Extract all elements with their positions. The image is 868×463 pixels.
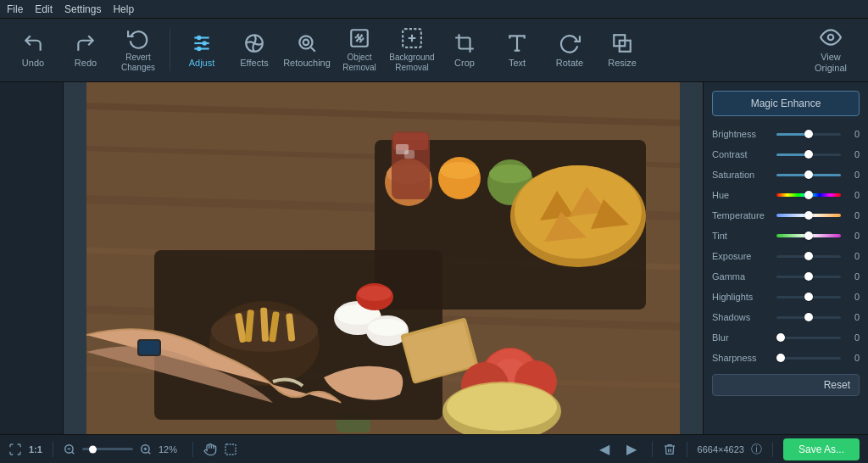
svg-point-53	[368, 319, 407, 336]
canvas-area[interactable]	[64, 82, 703, 434]
image-canvas[interactable]	[86, 82, 680, 434]
highlights-row: Highlights 0	[712, 287, 860, 306]
info-button[interactable]: ⓘ	[751, 442, 762, 457]
svg-point-64	[447, 383, 557, 431]
svg-point-5	[197, 47, 201, 51]
menu-file[interactable]: File	[7, 3, 23, 15]
svg-point-8	[303, 40, 309, 46]
bottom-bar: 1:1 12% ◀ ▶	[0, 434, 868, 463]
fit-screen-icon	[8, 443, 22, 456]
reset-button[interactable]: Reset	[712, 374, 860, 396]
brightness-slider[interactable]	[776, 128, 841, 140]
object-removal-icon	[348, 27, 370, 49]
background-removal-tool-button[interactable]: BackgroundRemoval	[387, 21, 437, 79]
undo-icon	[22, 32, 44, 54]
zoom-slider[interactable]	[82, 448, 133, 450]
view-original-button[interactable]: ViewOriginal	[802, 21, 860, 79]
svg-point-30	[489, 165, 531, 183]
menu-help[interactable]: Help	[113, 3, 134, 15]
retouching-tool-button[interactable]: Retouching	[282, 21, 331, 79]
effects-tool-button[interactable]: Effects	[230, 21, 279, 79]
brightness-label: Brightness	[712, 129, 773, 139]
tint-slider[interactable]	[776, 230, 841, 242]
svg-point-4	[203, 41, 207, 45]
hue-slider[interactable]	[776, 189, 841, 201]
prev-image-button[interactable]: ◀	[594, 441, 615, 457]
shadows-label: Shadows	[712, 312, 773, 322]
shadows-slider[interactable]	[776, 311, 841, 323]
highlights-slider[interactable]	[776, 291, 841, 303]
background-removal-icon	[401, 27, 423, 49]
text-tool-button[interactable]: Text	[492, 21, 542, 79]
blur-label: Blur	[712, 332, 773, 343]
contrast-value: 0	[844, 149, 860, 159]
sharpness-row: Sharpness 0	[712, 349, 860, 367]
save-as-button[interactable]: Save As...	[783, 438, 860, 460]
redo-icon	[75, 32, 97, 54]
undo-button[interactable]: Undo	[8, 21, 58, 79]
bottom-sep-2	[192, 442, 193, 457]
svg-rect-40	[404, 150, 415, 159]
exposure-row: Exposure 0	[712, 247, 860, 265]
gamma-row: Gamma 0	[712, 267, 860, 286]
bottom-sep-4	[687, 442, 687, 457]
gamma-label: Gamma	[712, 271, 773, 282]
magic-enhance-button[interactable]: Magic Enhance	[712, 91, 860, 116]
one-to-one-button[interactable]: 1:1	[29, 444, 42, 455]
gamma-value: 0	[844, 271, 860, 282]
object-removal-tool-button[interactable]: ObjectRemoval	[335, 21, 384, 79]
highlights-label: Highlights	[712, 292, 773, 302]
svg-point-16	[828, 35, 834, 41]
food-image-svg	[86, 82, 680, 434]
delete-button[interactable]	[663, 443, 676, 456]
highlights-value: 0	[844, 292, 860, 302]
temperature-label: Temperature	[712, 210, 773, 220]
tint-row: Tint 0	[712, 226, 860, 245]
svg-point-55	[358, 286, 392, 301]
brightness-row: Brightness 0	[712, 125, 860, 143]
revert-icon	[127, 27, 149, 49]
left-panel	[0, 82, 64, 434]
redo-button[interactable]: Redo	[61, 21, 110, 79]
zoom-out-icon	[64, 443, 75, 455]
sharpness-slider[interactable]	[776, 352, 841, 364]
zoom-out-button[interactable]	[64, 443, 75, 455]
text-icon	[506, 32, 528, 54]
hue-label: Hue	[712, 190, 773, 200]
contrast-slider[interactable]	[776, 148, 841, 160]
next-image-button[interactable]: ▶	[621, 441, 642, 457]
rotate-tool-button[interactable]: Rotate	[545, 21, 594, 79]
saturation-slider[interactable]	[776, 169, 841, 181]
bottom-sep-1	[53, 442, 53, 457]
exposure-slider[interactable]	[776, 250, 841, 262]
revert-button[interactable]: RevertChanges	[114, 21, 163, 79]
hue-row: Hue 0	[712, 186, 860, 204]
temperature-slider[interactable]	[776, 209, 841, 221]
menu-settings[interactable]: Settings	[64, 3, 101, 15]
temperature-value: 0	[844, 210, 860, 220]
zoom-in-button[interactable]	[140, 443, 152, 455]
menu-edit[interactable]: Edit	[35, 3, 53, 15]
blur-value: 0	[844, 332, 860, 343]
exposure-label: Exposure	[712, 251, 773, 261]
adjust-icon	[191, 32, 213, 54]
menubar: File Edit Settings Help	[0, 0, 868, 19]
image-dimensions: 6664×4623	[698, 444, 744, 455]
fit-screen-button[interactable]	[8, 443, 22, 456]
trash-icon	[663, 443, 676, 456]
pan-tool-button[interactable]	[203, 443, 217, 456]
tint-label: Tint	[712, 231, 773, 241]
saturation-row: Saturation 0	[712, 165, 860, 184]
rotate-icon	[559, 32, 581, 54]
gamma-slider[interactable]	[776, 271, 841, 282]
resize-tool-button[interactable]: Resize	[598, 21, 647, 79]
saturation-value: 0	[844, 170, 860, 180]
adjust-tool-button[interactable]: Adjust	[177, 21, 226, 79]
crop-tool-button[interactable]: Crop	[440, 21, 489, 79]
eye-icon	[820, 26, 842, 48]
tint-value: 0	[844, 231, 860, 241]
blur-row: Blur 0	[712, 328, 860, 347]
contrast-label: Contrast	[712, 149, 773, 159]
selection-tool-button[interactable]	[224, 443, 237, 456]
blur-slider[interactable]	[776, 332, 841, 343]
